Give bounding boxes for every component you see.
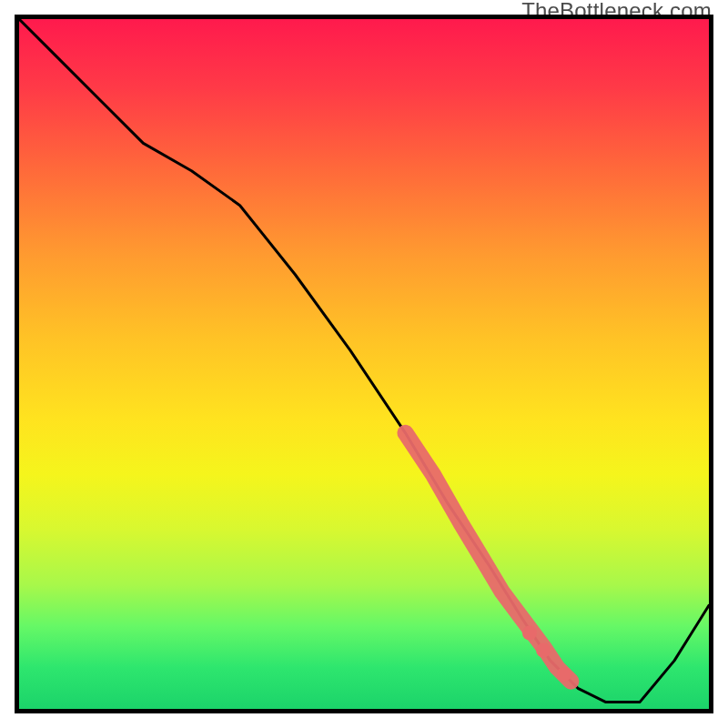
plot-area xyxy=(15,15,713,713)
chart-container: TheBottleneck.com xyxy=(0,0,728,728)
salmon-dot xyxy=(536,643,551,658)
salmon-dots-group xyxy=(522,626,571,682)
salmon-dot xyxy=(557,667,571,682)
chart-svg xyxy=(19,19,709,709)
bottleneck-curve xyxy=(19,19,709,702)
salmon-dot xyxy=(522,626,537,641)
